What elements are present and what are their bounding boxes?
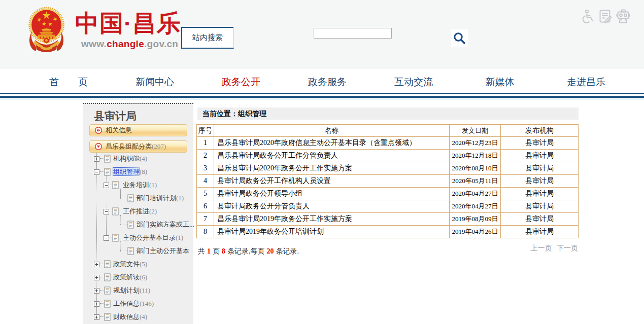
survey-edit-icon[interactable]	[598, 9, 613, 24]
site-header: 中国·昌乐 www.changle.gov.cn 站内搜索	[0, 0, 644, 69]
pagination-links: 上一页 下一页	[531, 244, 579, 253]
expand-icon[interactable]	[94, 156, 99, 161]
site-search-tab[interactable]: 站内搜索	[181, 27, 234, 49]
tree-item-count: (2)	[149, 207, 157, 215]
record-title-link[interactable]: 昌乐县审计局政务公开工作分管负责人	[214, 150, 450, 162]
tree-item-10[interactable]: 政策解读(6)	[83, 271, 193, 284]
tree-item-2[interactable]: 组织管理(8)	[83, 165, 193, 178]
search-button[interactable]	[451, 29, 468, 47]
record-title-link[interactable]: 县审计局政务公开工作机构人员设置	[214, 175, 450, 188]
tree-item-label[interactable]: 部门实施方案或工...	[137, 221, 194, 228]
tree-item-count: (6)	[140, 273, 147, 281]
nav-item-5[interactable]: 互动交流	[370, 69, 457, 93]
record-title-link[interactable]: 县审计局2019年政务公开培训计划	[214, 226, 450, 238]
total-records: 8	[220, 247, 227, 255]
tree-item-8[interactable]: 部门主动公开基本	[83, 244, 193, 258]
tree-item-label[interactable]: 财政信息	[113, 313, 140, 320]
tree-item-count: (1)	[176, 194, 184, 202]
record-title-link[interactable]: 昌乐县审计局2019年政务公开工作实施方案	[214, 213, 450, 226]
cell-date: 2020年12月23日	[450, 137, 501, 150]
related-info-button[interactable]: 相关信息	[89, 124, 187, 136]
tree-item-count: (1)	[149, 181, 157, 189]
tree-item-9[interactable]: 政策文件(5)	[83, 258, 193, 271]
table-row-6: 6县审计局政务公开分管负责人2020年04月27日县审计局	[197, 200, 579, 213]
tree-item-1[interactable]: 机构职能(4)	[83, 152, 193, 165]
record-title-link[interactable]: 县审计局政务公开分管负责人	[214, 200, 450, 213]
accessibility-icon[interactable]	[580, 9, 594, 24]
tree-item-4[interactable]: 部门培训计划(1)	[83, 192, 193, 205]
col-header-no: 序号	[197, 125, 214, 137]
tree-item-label[interactable]: 工作推进	[123, 207, 149, 215]
tree-connector	[100, 303, 104, 304]
nav-item-4[interactable]: 政务服务	[284, 69, 370, 93]
tree-item-count: (146)	[140, 300, 154, 307]
records-table: 序号 名称 发文日期 发布机构 1昌乐县审计局2020年政府信息主动公开基本目录…	[196, 124, 579, 238]
cell-no: 2	[197, 150, 214, 162]
collapse-icon[interactable]	[104, 235, 109, 240]
record-title-link[interactable]: 昌乐县审计局2020年政务公开工作实施方案	[214, 162, 450, 175]
tree-item-5[interactable]: 工作推进(2)	[83, 205, 193, 218]
tree-item-13[interactable]: 财政信息(4)	[83, 310, 193, 323]
tree-connector	[100, 277, 104, 277]
tree-item-count: (4)	[140, 313, 147, 320]
red-circle-down-icon	[95, 143, 102, 150]
nav-item-6[interactable]: 新媒体	[457, 69, 543, 93]
document-icon	[127, 247, 134, 255]
pagination-summary: 共1页8条记录,每页20条记录.	[198, 247, 299, 256]
document-icon	[112, 234, 119, 242]
robot-assistant-icon[interactable]	[616, 9, 630, 24]
table-row-7: 7昌乐县审计局2019年政务公开工作实施方案2019年08月09日县审计局	[197, 213, 579, 226]
site-search-tab-label: 站内搜索	[192, 33, 223, 43]
category-tree: 机构职能(4)组织管理(8)业务培训(1)部门培训计划(1)工作推进(2)部门实…	[83, 152, 193, 323]
collapse-icon[interactable]	[104, 182, 109, 188]
col-header-name: 名称	[214, 125, 450, 137]
nav-item-2[interactable]: 新闻中心	[112, 69, 198, 93]
tree-item-label[interactable]: 业务培训	[123, 181, 149, 189]
nav-item-3[interactable]: 政务公开	[198, 69, 284, 93]
expand-icon[interactable]	[94, 314, 99, 319]
tree-item-label[interactable]: 部门培训计划	[137, 194, 176, 202]
cell-no: 4	[197, 175, 214, 188]
col-header-org: 发布机构	[501, 125, 579, 137]
tree-item-label[interactable]: 工作信息	[113, 300, 140, 307]
table-body: 1昌乐县审计局2020年政府信息主动公开基本目录（含重点领域）2020年12月2…	[197, 137, 579, 238]
tree-item-11[interactable]: 规划计划(11)	[83, 284, 193, 297]
tree-item-label[interactable]: 部门主动公开基本	[137, 247, 189, 255]
expand-icon[interactable]	[94, 287, 99, 293]
tree-connector	[120, 250, 127, 251]
expand-icon[interactable]	[94, 274, 99, 280]
related-info-label: 相关信息	[106, 126, 132, 135]
record-title-link[interactable]: 县审计局政务公开领导小组	[214, 188, 450, 200]
document-icon	[104, 168, 111, 176]
cell-date: 2020年08月10日	[450, 162, 501, 175]
tree-item-12[interactable]: 工作信息(146)	[83, 297, 193, 310]
tree-item-label[interactable]: 政策文件	[113, 260, 140, 268]
tree-item-label[interactable]: 政策解读	[113, 273, 140, 281]
collapse-icon[interactable]	[94, 169, 99, 174]
expand-icon[interactable]	[94, 301, 99, 306]
expand-icon[interactable]	[94, 261, 99, 267]
collapse-icon[interactable]	[104, 208, 109, 214]
prev-page-link[interactable]: 上一页	[531, 244, 552, 252]
nav-item-1[interactable]: 首 页	[25, 69, 112, 93]
tree-connector	[120, 224, 127, 225]
tree-item-label[interactable]: 机构职能	[113, 155, 140, 162]
table-row-4: 4县审计局政务公开工作机构人员设置2020年05月11日县审计局	[197, 175, 579, 188]
next-page-link[interactable]: 下一页	[557, 244, 578, 252]
tree-connector	[100, 290, 104, 291]
tree-item-label[interactable]: 规划计划	[113, 286, 140, 294]
tree-item-label[interactable]: 主动公开基本目录	[123, 234, 176, 241]
tree-item-3[interactable]: 业务培训(1)	[83, 178, 193, 192]
cell-org: 县审计局	[501, 200, 579, 213]
nav-item-7[interactable]: 走进昌乐	[543, 69, 629, 93]
tree-item-label[interactable]: 组织管理	[113, 168, 140, 175]
cell-date: 2020年05月11日	[450, 175, 501, 188]
category-group-button[interactable]: 昌乐县组配分类 (207)	[89, 140, 187, 153]
table-row-8: 8县审计局2019年政务公开培训计划2019年04月26日县审计局	[197, 226, 579, 238]
tree-item-7[interactable]: 主动公开基本目录(1)	[83, 231, 193, 244]
record-title-link[interactable]: 昌乐县审计局2020年政府信息主动公开基本目录（含重点领域）	[214, 137, 450, 150]
search-input[interactable]	[314, 28, 392, 39]
nav-divider-shadow	[0, 98, 644, 100]
tree-item-6[interactable]: 部门实施方案或工...	[83, 218, 193, 231]
cell-no: 3	[197, 162, 214, 175]
